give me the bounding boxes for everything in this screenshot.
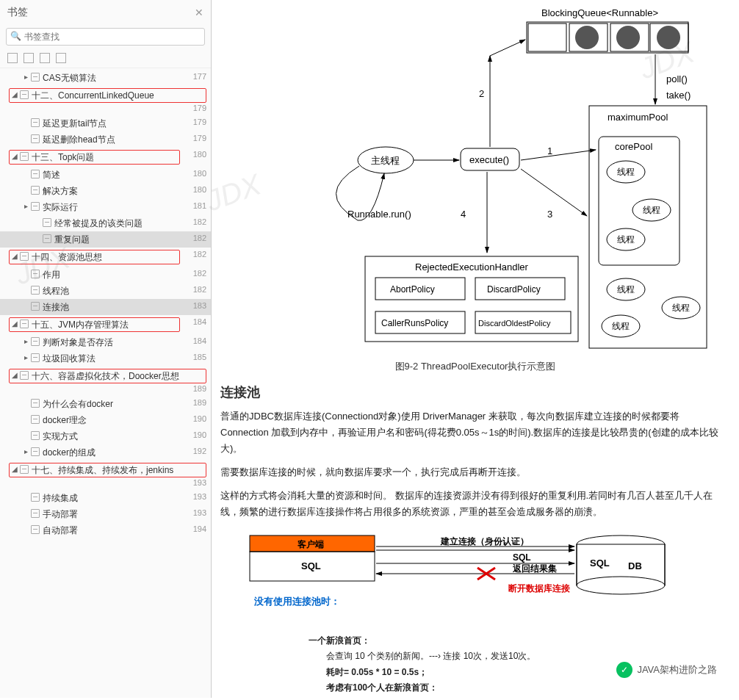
svg-text:没有使用连接池时：: 没有使用连接池时： xyxy=(253,596,340,607)
bookmark-item[interactable]: ◢十三、Topk问题180 xyxy=(0,148,211,167)
bookmark-node-icon xyxy=(20,465,29,474)
tree-twisty-icon[interactable]: ◢ xyxy=(11,465,18,473)
bookmark-item[interactable]: 延迟删除head节点179 xyxy=(0,131,211,148)
expand-all-icon[interactable] xyxy=(7,53,18,63)
connection-diagram: 客户端 SQL SQL DB 建立连接（身份认证） SQL 返回结果集 xyxy=(220,528,730,626)
bookmark-item[interactable]: ▸CAS无锁算法177 xyxy=(0,70,211,86)
bookmark-node-icon xyxy=(31,134,40,143)
diagram-caption: 图9-2 ThreadPoolExecutor执行示意图 xyxy=(220,360,730,373)
page-number: 177 xyxy=(183,72,206,81)
svg-text:2: 2 xyxy=(479,88,484,99)
bookmark-item[interactable]: ◢十七、持续集成、持续发布，jenkins193 xyxy=(0,461,211,490)
tree-twisty-icon[interactable]: ◢ xyxy=(11,252,18,260)
collapse-all-icon[interactable] xyxy=(24,53,34,63)
section-heading: 连接池 xyxy=(220,383,730,401)
bookmark-node-icon xyxy=(31,447,40,456)
tree-twisty-icon[interactable]: ◢ xyxy=(11,320,18,328)
svg-text:BlockingQueue<Runnable>: BlockingQueue<Runnable> xyxy=(541,7,658,18)
svg-text:DiscardPolicy: DiscardPolicy xyxy=(487,284,541,295)
tree-twisty-icon[interactable]: ◢ xyxy=(11,371,18,379)
bookmark-item[interactable]: docker理念190 xyxy=(0,412,211,428)
bookmark-node-icon xyxy=(31,170,40,178)
svg-text:execute(): execute() xyxy=(469,154,509,165)
page-number: 194 xyxy=(183,524,206,533)
bookmark-label: 十四、资源池思想 xyxy=(32,251,178,263)
bookmark-label: 简述 xyxy=(43,169,180,181)
bookmark-item[interactable]: 重复问题182 xyxy=(0,231,211,248)
svg-text:1: 1 xyxy=(547,145,552,156)
bookmark-item[interactable]: 手动部署193 xyxy=(0,506,211,522)
bookmark-node-icon xyxy=(20,320,29,328)
bookmark-label: 解决方案 xyxy=(43,185,180,197)
bookmark-icon[interactable] xyxy=(40,53,50,63)
bookmark-item[interactable]: 作用182 xyxy=(0,267,211,283)
bookmark-item[interactable]: 自动部署194 xyxy=(0,522,211,538)
page-number: 193 xyxy=(183,508,206,517)
bookmark-node-icon xyxy=(20,90,29,99)
svg-text:take(): take() xyxy=(666,90,691,101)
bookmark-item[interactable]: ◢十六、容器虚拟化技术，Doocker思想189 xyxy=(0,367,211,396)
bookmark-alt-icon[interactable] xyxy=(56,53,66,63)
tree-twisty-icon[interactable]: ▸ xyxy=(22,202,29,210)
bookmark-item[interactable]: ▸垃圾回收算法185 xyxy=(0,350,211,367)
bookmark-item[interactable]: ▸实际运行181 xyxy=(0,199,211,215)
tree-twisty-icon[interactable]: ▸ xyxy=(22,353,29,361)
svg-text:corePool: corePool xyxy=(615,141,652,152)
svg-line-34 xyxy=(490,40,525,56)
paragraph: 这样的方式将会消耗大量的资源和时间。 数据库的连接资源并没有得到很好的重复利用.… xyxy=(220,488,730,520)
svg-text:4: 4 xyxy=(461,209,466,220)
bookmark-label: 作用 xyxy=(43,269,180,281)
page-number: 182 xyxy=(183,250,206,259)
bookmark-node-icon xyxy=(31,525,40,534)
page-number: 179 xyxy=(183,134,206,142)
bookmark-item[interactable]: 简述180 xyxy=(0,167,211,183)
bookmark-node-icon xyxy=(31,73,40,82)
bookmark-label: 实现方式 xyxy=(43,430,180,442)
close-icon[interactable]: ✕ xyxy=(195,7,203,18)
bookmark-item[interactable]: 实现方式190 xyxy=(0,428,211,444)
svg-line-36 xyxy=(521,150,596,160)
bookmark-item[interactable]: 持续集成193 xyxy=(0,490,211,506)
page-number: 179 xyxy=(183,118,206,126)
tree-twisty-icon[interactable]: ▸ xyxy=(22,447,29,455)
page-number: 189 xyxy=(183,398,206,407)
bookmark-label: 十二、ConcurrentLinkedQueue xyxy=(32,90,204,101)
bookmark-node-icon xyxy=(31,202,40,211)
bookmark-item[interactable]: 为什么会有docker189 xyxy=(0,396,211,412)
bookmark-item[interactable]: ◢十四、资源池思想182 xyxy=(0,248,211,267)
tree-twisty-icon[interactable]: ◢ xyxy=(11,90,18,98)
bookmark-item[interactable]: 连接池183 xyxy=(0,299,211,315)
bookmark-item[interactable]: 线程池182 xyxy=(0,283,211,299)
tree-twisty-icon[interactable]: ◢ xyxy=(11,152,18,160)
tree-twisty-icon[interactable]: ▸ xyxy=(22,337,29,345)
bookmark-label: docker的组成 xyxy=(43,447,180,458)
bookmark-item[interactable]: ▸docker的组成192 xyxy=(0,444,211,461)
tree-twisty-icon[interactable]: ▸ xyxy=(22,73,29,81)
svg-text:线程: 线程 xyxy=(617,284,635,295)
bookmark-label: CAS无锁算法 xyxy=(43,72,180,84)
bookmark-node-icon xyxy=(31,286,40,295)
bookmark-node-icon xyxy=(20,252,29,261)
page-number: 184 xyxy=(183,336,206,345)
bookmark-search-input[interactable] xyxy=(6,28,205,46)
page-number: 182 xyxy=(183,217,206,226)
bookmark-item[interactable]: ◢十二、ConcurrentLinkedQueue179 xyxy=(0,86,211,115)
bookmark-item[interactable]: ◢十五、JVM内存管理算法184 xyxy=(0,315,211,334)
bookmark-label: 持续集成 xyxy=(43,492,180,504)
bookmark-node-icon xyxy=(31,337,40,346)
svg-text:DB: DB xyxy=(628,560,642,571)
page-number: 189 xyxy=(193,384,206,393)
bookmark-item[interactable]: 延迟更新tail节点179 xyxy=(0,115,211,131)
page-number: 180 xyxy=(183,185,206,194)
svg-point-7 xyxy=(657,26,680,49)
bookmark-item[interactable]: 经常被提及的该类问题182 xyxy=(0,215,211,231)
svg-text:断开数据库连接: 断开数据库连接 xyxy=(508,583,570,593)
svg-point-5 xyxy=(616,26,640,49)
page-number: 190 xyxy=(183,414,206,423)
bookmark-item[interactable]: 解决方案180 xyxy=(0,183,211,199)
bookmark-label: 垃圾回收算法 xyxy=(43,353,180,364)
svg-text:线程: 线程 xyxy=(672,303,690,313)
bookmark-node-icon xyxy=(31,118,40,127)
bookmark-item[interactable]: ▸判断对象是否存活184 xyxy=(0,334,211,350)
svg-text:建立连接（身份认证）: 建立连接（身份认证） xyxy=(440,536,529,546)
